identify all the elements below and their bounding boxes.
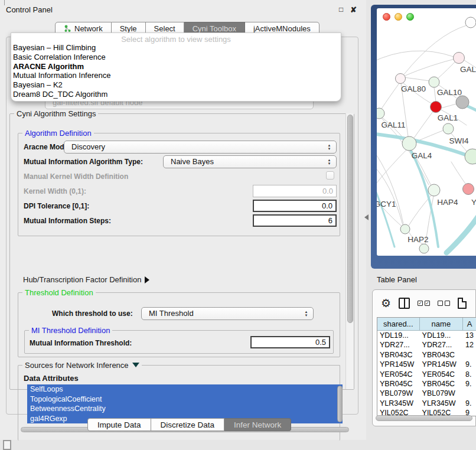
- mi-algorithm-type-combobox[interactable]: Naive Bayes ▲▼: [163, 155, 337, 168]
- table-row[interactable]: YBR045CYBR045C9.: [377, 379, 476, 389]
- attributes-vertical-scrollbar[interactable]: [337, 386, 343, 422]
- attribute-item[interactable]: TopologicalCoefficient: [27, 394, 343, 405]
- node-gal10[interactable]: [429, 77, 439, 87]
- table-cell: YBR045C: [420, 379, 464, 389]
- manual-kernel-checkbox[interactable]: [326, 171, 334, 180]
- tab-impute-data[interactable]: Impute Data: [87, 418, 151, 431]
- algorithm-option[interactable]: Basic Correlation Inference: [11, 53, 341, 62]
- network-view-window: GALGAL80GAL10GAL1GAL11SWI4GAL4GCY1HAP4YH…: [371, 5, 476, 269]
- mi-threshold-definition-group: MI Threshold Definition Mutual Informati…: [24, 330, 334, 354]
- node-hap2[interactable]: [400, 224, 410, 234]
- table-row[interactable]: YER054CYER054C8.: [377, 370, 476, 379]
- node-salmon[interactable]: [463, 184, 474, 195]
- export-table-icon[interactable]: [458, 298, 467, 309]
- close-panel-button[interactable]: ✘: [350, 5, 357, 14]
- node-table: shared...nameA YDL19...YDL19...13YDR27..…: [377, 317, 476, 416]
- node-gray[interactable]: [456, 96, 469, 109]
- table-cell: YDR27...: [420, 340, 464, 350]
- which-threshold-combobox[interactable]: MI Threshold ▲▼: [141, 307, 314, 320]
- mi-type-label: Mutual Information Algorithm Type:: [24, 158, 143, 166]
- table-cell: YBR043C: [420, 350, 464, 360]
- close-window-icon[interactable]: [383, 13, 390, 21]
- table-row[interactable]: YDL19...YDL19...13: [377, 331, 476, 340]
- node-hap4[interactable]: [428, 184, 440, 196]
- table-row[interactable]: YBL079WYBL079W: [377, 389, 476, 398]
- table-cell: YER054C: [377, 370, 420, 379]
- cyni-algorithm-settings-group: Cyni Algorithm Settings Algorithm Defini…: [9, 113, 354, 390]
- table-horizontal-scrollbar[interactable]: [376, 415, 472, 421]
- node-pink[interactable]: [454, 53, 465, 64]
- node-gal80[interactable]: [396, 74, 406, 84]
- kernel-width-field[interactable]: 0.0: [253, 185, 337, 197]
- table-row[interactable]: YBR043CYBR043C: [377, 350, 476, 360]
- cyni-mode-tabbar: Impute DataDiscretize DataInfer Network: [87, 418, 291, 431]
- network-canvas[interactable]: GALGAL80GAL10GAL1GAL11SWI4GAL4GCY1HAP4YH…: [377, 8, 476, 256]
- gear-icon[interactable]: ⚙: [381, 298, 391, 309]
- mi-steps-field[interactable]: 6: [253, 214, 337, 227]
- tab-label: Select: [154, 24, 175, 33]
- table-cell: 8.: [463, 370, 476, 379]
- node-label: GAL10: [437, 88, 462, 97]
- tab-discretize-data[interactable]: Discretize Data: [151, 418, 225, 431]
- table-row[interactable]: YLR345WYLR345W9.: [377, 399, 476, 408]
- table-cell: YDL19...: [377, 331, 420, 340]
- panel-corner-button[interactable]: [3, 440, 11, 450]
- network-icon: [64, 25, 71, 32]
- threshold-definition-title: Threshold Definition: [22, 288, 96, 297]
- float-panel-button[interactable]: □: [339, 5, 343, 14]
- algorithm-placeholder: Select algorithm to view settings: [11, 33, 341, 43]
- table-cell: YDL19...: [420, 331, 464, 340]
- node-top[interactable]: [465, 17, 476, 28]
- table-cell: YBR043C: [377, 350, 420, 360]
- node-label: GAL1: [438, 113, 458, 122]
- mi-threshold-field[interactable]: 0.5: [250, 336, 330, 348]
- aracne-mode-value: Discovery: [71, 142, 105, 151]
- algorithm-option[interactable]: Dream8 DC_TDC Algorithm: [11, 90, 341, 99]
- teal-edge: [377, 177, 395, 247]
- attribute-item[interactable]: SelfLoops: [27, 384, 343, 394]
- select-all-icon[interactable]: ✓✓: [418, 301, 430, 306]
- node-red[interactable]: [431, 102, 442, 113]
- table-cell: YBL079W: [420, 389, 464, 398]
- settings-scrollbar-thumb[interactable]: [347, 115, 353, 323]
- combo-spinner-icon: ▲▼: [304, 309, 309, 318]
- settings-scrollbar[interactable]: [345, 113, 354, 389]
- algorithm-option[interactable]: ARACNE Algorithm: [11, 62, 341, 71]
- attribute-item[interactable]: BetweennessCentrality: [27, 404, 343, 414]
- column-header[interactable]: A: [463, 318, 476, 330]
- table-cell: YDR27...: [377, 340, 420, 350]
- node-gal4[interactable]: [402, 136, 416, 151]
- node-green[interactable]: [443, 123, 454, 134]
- dpi-tolerance-field[interactable]: 0.0: [253, 200, 337, 212]
- node-label: GAL11: [381, 120, 405, 129]
- gray-edge: [377, 147, 403, 224]
- tab-infer-network[interactable]: Infer Network: [224, 418, 291, 431]
- algorithm-option[interactable]: Bayesian – Hill Climbing: [11, 43, 341, 53]
- table-header-row: shared...nameA: [377, 318, 476, 331]
- threshold-definition-group: Threshold Definition Which threshold to …: [18, 292, 340, 357]
- teal-edge: [468, 106, 476, 114]
- which-threshold-value: MI Threshold: [149, 309, 194, 318]
- node-label: GAL4: [412, 151, 432, 160]
- control-panel: Control Panel □ ✘ NetworkStyleSelectCyni…: [0, 0, 366, 440]
- hub-definition-toggle[interactable]: Hub/Transcription Factor Definition: [23, 275, 149, 284]
- columns-icon[interactable]: [399, 298, 410, 309]
- sources-group-title[interactable]: Sources for Network Inference: [22, 361, 142, 370]
- table-body: YDL19...YDL19...13YDR27...YDR27...12YBR0…: [377, 331, 476, 416]
- table-cell: 12: [463, 340, 476, 350]
- minimize-window-icon[interactable]: [395, 13, 402, 21]
- gray-edge: [451, 162, 465, 184]
- node-gal11[interactable]: [377, 108, 384, 119]
- table-row[interactable]: YPR145WYPR145W9.: [377, 360, 476, 369]
- column-header[interactable]: shared...: [377, 318, 420, 330]
- table-row[interactable]: YDR27...YDR27...12: [377, 340, 476, 350]
- table-cell: [463, 350, 476, 360]
- zoom-window-icon[interactable]: [406, 13, 414, 21]
- column-header[interactable]: name: [420, 318, 464, 330]
- algorithm-option[interactable]: Bayesian – K2: [11, 80, 341, 90]
- deselect-all-icon[interactable]: [438, 301, 450, 306]
- gray-edge: [441, 104, 456, 108]
- node-bottom[interactable]: [419, 244, 429, 253]
- algorithm-option[interactable]: Mutual Information Inference: [11, 71, 341, 80]
- aracne-mode-combobox[interactable]: Discovery ▲▼: [64, 141, 337, 154]
